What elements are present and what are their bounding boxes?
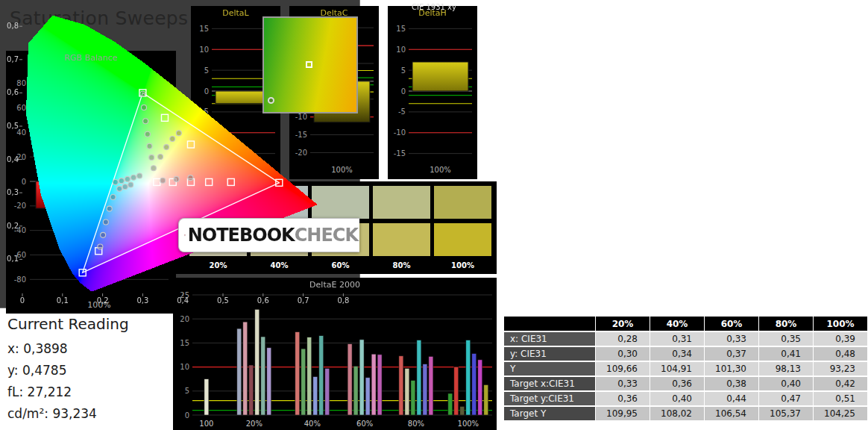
reading-fl: fL: 27,212 xyxy=(7,381,129,403)
inset-measured-circle-marker xyxy=(268,97,274,104)
results-cell-5-0: 109,95 xyxy=(596,407,650,420)
svg-text:20%: 20% xyxy=(246,420,262,428)
notebookcheck-wordmark-gray: CHECK xyxy=(295,225,358,246)
results-header-20%: 20% xyxy=(596,317,650,331)
results-cell-4-4: 0,51 xyxy=(814,392,867,405)
results-header-40%: 40% xyxy=(650,317,704,331)
notebookcheck-wordmark-black: NOTEBOOK xyxy=(188,225,295,246)
svg-text:100%: 100% xyxy=(430,166,451,174)
svg-text:-10: -10 xyxy=(394,128,406,137)
results-cell-0-4: 0,39 xyxy=(814,332,867,346)
svg-text:5: 5 xyxy=(185,387,189,395)
deltae2000-title: DeltaE 2000 xyxy=(173,280,497,290)
svg-text:0: 0 xyxy=(401,87,406,96)
inset-target-square-marker xyxy=(306,61,312,68)
cie-zoom-inset xyxy=(262,16,358,113)
results-cell-4-2: 0,44 xyxy=(705,392,758,405)
results-cell-3-4: 0,42 xyxy=(814,377,867,390)
results-header-60%: 60% xyxy=(705,317,758,331)
results-cell-2-2: 101,30 xyxy=(705,362,758,376)
results-cell-4-0: 0,36 xyxy=(596,392,650,405)
results-row-label-0: x: CIE31 xyxy=(504,332,595,346)
results-cell-2-0: 109,66 xyxy=(596,362,650,376)
swatch-col-label-80%: 80% xyxy=(373,261,430,269)
results-row-label-5: Target Y xyxy=(504,407,595,420)
results-row-label-3: Target x:CIE31 xyxy=(504,377,595,390)
results-cell-1-0: 0,30 xyxy=(596,347,650,361)
results-row-label-1: y: CIE31 xyxy=(504,347,595,361)
results-header-100%: 100% xyxy=(814,317,867,331)
swatch-target-80% xyxy=(373,223,430,256)
results-cell-3-1: 0,36 xyxy=(650,377,704,390)
swatch-target-100% xyxy=(434,223,491,256)
results-cell-3-2: 0,38 xyxy=(705,377,758,390)
results-cell-0-1: 0,31 xyxy=(650,332,704,346)
results-cell-2-1: 104,91 xyxy=(650,362,704,376)
results-cell-3-0: 0,33 xyxy=(596,377,650,390)
notebookcheck-logo: NOTEBOOKCHECK xyxy=(178,218,359,252)
results-cell-5-1: 108,02 xyxy=(650,407,704,420)
reading-cdm2: cd/m²: 93,234 xyxy=(7,403,129,425)
results-header-blank xyxy=(504,317,595,331)
svg-text:15: 15 xyxy=(396,25,406,33)
results-cell-0-2: 0,33 xyxy=(705,332,758,346)
swatch-col-label-100%: 100% xyxy=(434,261,491,269)
svg-text:5: 5 xyxy=(401,66,406,75)
results-header-80%: 80% xyxy=(759,317,813,331)
reading-x: x: 0,3898 xyxy=(7,338,129,360)
results-cell-4-1: 0,40 xyxy=(650,392,704,405)
svg-text:80%: 80% xyxy=(408,420,424,428)
delta-bar-deltah xyxy=(412,62,468,91)
results-table: 20%40%60%80%100%x: CIE310,280,310,330,35… xyxy=(504,317,867,420)
results-row-label-2: Y xyxy=(504,362,595,376)
svg-text:10: 10 xyxy=(180,363,189,371)
results-row-label-4: Target y:CIE31 xyxy=(504,392,595,405)
svg-text:100%: 100% xyxy=(458,420,479,428)
reading-y: y: 0,4785 xyxy=(7,360,129,381)
swatch-actual-80% xyxy=(373,186,430,219)
results-cell-3-3: 0,40 xyxy=(759,377,813,390)
notebookcheck-check-icon xyxy=(183,222,186,248)
results-cell-2-3: 98,13 xyxy=(759,362,813,376)
svg-text:-5: -5 xyxy=(398,108,406,116)
results-cell-5-2: 106,54 xyxy=(705,407,758,420)
results-cell-1-1: 0,34 xyxy=(650,347,704,361)
results-cell-0-0: 0,28 xyxy=(596,332,650,346)
results-cell-5-3: 105,37 xyxy=(759,407,813,420)
svg-text:10: 10 xyxy=(396,46,406,54)
results-cell-1-4: 0,48 xyxy=(814,347,867,361)
svg-text:15: 15 xyxy=(180,339,189,347)
results-cell-0-3: 0,35 xyxy=(759,332,813,346)
deltae2000-chart: 051015202510020%40%60%80%100% xyxy=(173,289,497,430)
results-cell-5-4: 104,25 xyxy=(814,407,867,420)
svg-text:20: 20 xyxy=(180,315,189,323)
results-cell-4-3: 0,47 xyxy=(759,392,813,405)
svg-text:-15: -15 xyxy=(394,149,406,158)
svg-text:60%: 60% xyxy=(356,420,373,428)
current-reading-title: Current Reading xyxy=(7,315,129,333)
results-cell-2-4: 93,23 xyxy=(814,362,867,376)
rgb-balance-title: RGB Balance xyxy=(6,53,176,63)
current-reading: Current Reading x: 0,3898 y: 0,4785 fL: … xyxy=(7,315,129,425)
cie-diagram-title: CIE 1931 xy xyxy=(0,3,868,11)
results-cell-1-2: 0,37 xyxy=(705,347,758,361)
swatch-actual-100% xyxy=(434,186,491,219)
svg-text:40%: 40% xyxy=(304,420,321,428)
svg-text:100: 100 xyxy=(199,420,213,428)
delta-h-chart: 151050-5-10-15100% xyxy=(388,18,477,178)
delta-h-panel[interactable]: DeltaH 151050-5-10-15100% xyxy=(388,6,477,179)
svg-text:0: 0 xyxy=(185,411,189,420)
results-cell-1-3: 0,41 xyxy=(759,347,813,361)
cie-diagram-panel[interactable]: CIE 1931 xy NOTEBOOKCHECK xyxy=(0,0,359,308)
